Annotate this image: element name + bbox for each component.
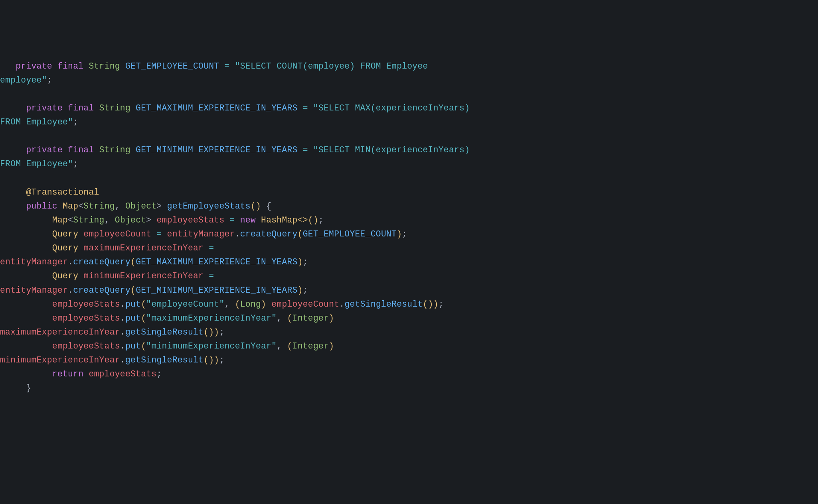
code-line: entityManager.createQuery(GET_MINIMUM_EX… [0,285,308,295]
code-line: } [0,383,32,393]
code-line: employeeStats.put("maximumExperienceInYe… [0,313,339,323]
code-line: FROM Employee"; [0,117,78,127]
code-line: return employeeStats; [0,369,162,379]
code-line: FROM Employee"; [0,159,78,169]
code-line: @Transactional [0,187,99,197]
code-block: private final String GET_EMPLOYEE_COUNT … [0,56,818,399]
code-line: Query minimumExperienceInYear = [0,271,219,281]
code-line: minimumExperienceInYear.getSingleResult(… [0,355,225,365]
code-line: Map<String, Object> employeeStats = new … [0,215,324,225]
code-line: entityManager.createQuery(GET_MAXIMUM_EX… [0,257,308,267]
code-line: employee"; [0,75,52,85]
code-line: private final String GET_MINIMUM_EXPERIE… [0,145,475,155]
code-line: Query maximumExperienceInYear = [0,243,219,253]
code-line: employeeStats.put("minimumExperienceInYe… [0,341,339,351]
code-line: employeeStats.put("employeeCount", (Long… [0,299,444,309]
code-line: private final String GET_EMPLOYEE_COUNT … [0,61,433,71]
code-line: maximumExperienceInYear.getSingleResult(… [0,327,225,337]
code-line: public Map<String, Object> getEmployeeSt… [0,201,271,211]
code-line: private final String GET_MAXIMUM_EXPERIE… [0,103,475,113]
code-line: Query employeeCount = entityManager.crea… [0,229,407,239]
